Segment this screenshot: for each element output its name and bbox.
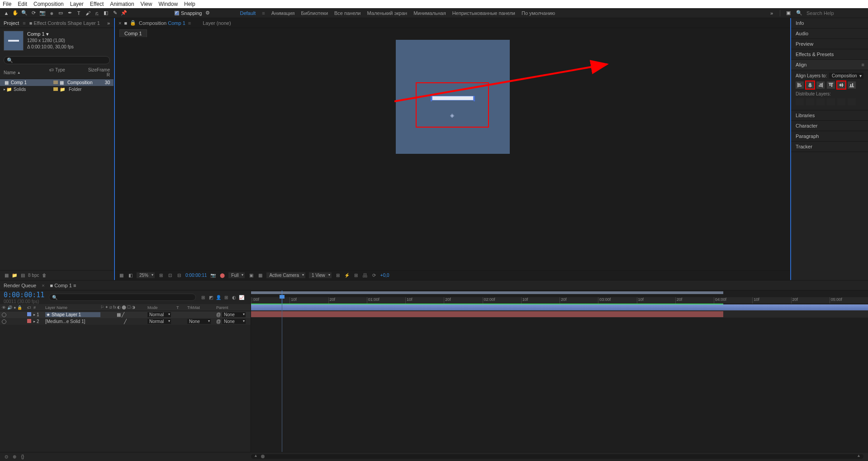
panel-menu-icon[interactable]: ≡ <box>862 62 864 67</box>
comp-thumbnail[interactable] <box>4 31 24 51</box>
zoom-in-icon[interactable]: ▲ <box>857 453 861 458</box>
zoom-slider[interactable]: ▲ ▲ <box>251 454 863 459</box>
menu-animation[interactable]: Animation <box>110 1 134 7</box>
composition-canvas[interactable]: ◈ <box>396 40 510 154</box>
workspace-undocked[interactable]: Непристыкованные панели <box>452 10 515 16</box>
workspace-libraries[interactable]: Библиотеки <box>301 10 328 16</box>
shape-layer-rect[interactable] <box>432 96 474 100</box>
timeline-columns-header[interactable]: 👁 🔊 ● 🔒 🏷 # Layer Name ⚐ ✦ ⧄fx◐⬤☐◑ Mode … <box>0 304 251 311</box>
text-tool-icon[interactable]: T <box>75 10 82 17</box>
panel-libraries[interactable]: Libraries <box>791 110 868 121</box>
panel-paragraph[interactable]: Paragraph <box>791 131 868 142</box>
toggle-switches-icon[interactable]: ⊙ <box>4 454 9 460</box>
parent-dropdown[interactable]: None <box>222 312 246 317</box>
exposure-value[interactable]: +0,0 <box>380 273 389 278</box>
mask-icon[interactable]: ◧ <box>128 273 133 278</box>
pixel-aspect-icon[interactable]: ⊞ <box>335 273 341 278</box>
menu-edit[interactable]: Edit <box>18 1 27 7</box>
menu-composition[interactable]: Composition <box>33 1 64 7</box>
align-vcenter-icon[interactable] <box>837 81 845 89</box>
camera-dropdown[interactable]: Active Camera <box>266 272 305 278</box>
roto-tool-icon[interactable]: ✎ <box>111 10 119 17</box>
fast-preview-icon[interactable]: ⚡ <box>344 273 350 278</box>
clone-tool-icon[interactable]: ⎌ <box>93 10 100 17</box>
workspace-allpanels[interactable]: Все панели <box>334 10 360 16</box>
transparency-icon[interactable]: ▦ <box>257 273 263 278</box>
project-item-solids[interactable]: ▸📁Solids 📁Folder <box>0 86 114 93</box>
eye-col-icon[interactable]: 👁 <box>2 305 6 310</box>
resolution-dropdown[interactable]: Full <box>228 272 245 278</box>
snapping-options-icon[interactable]: ⚙ <box>204 10 211 17</box>
menu-layer[interactable]: Layer <box>70 1 84 7</box>
playhead[interactable] <box>282 290 282 304</box>
puppet-tool-icon[interactable]: 📌 <box>120 10 128 17</box>
timeline-track-area[interactable]: :00f10f20f01:00f 10f20f02:00f10f 20f03:0… <box>251 290 868 452</box>
roi-icon[interactable]: ▣ <box>248 273 254 278</box>
panel-preview[interactable]: Preview <box>791 39 868 49</box>
timeline-search-input[interactable] <box>49 294 196 301</box>
interpret-footage-icon[interactable]: ▦ <box>4 273 9 278</box>
menu-file[interactable]: File <box>3 1 11 7</box>
brush-tool-icon[interactable]: 🖌 <box>84 10 91 17</box>
graph-editor-icon[interactable]: 📈 <box>239 295 244 300</box>
menu-help[interactable]: Help <box>184 1 195 7</box>
lock-icon[interactable]: 🔒 <box>130 20 136 26</box>
grid-icon[interactable]: ⊡ <box>167 273 173 278</box>
views-dropdown[interactable]: 1 View <box>309 272 332 278</box>
project-search-input[interactable] <box>4 56 110 64</box>
rect-tool-icon[interactable]: ▭ <box>57 10 64 17</box>
trash-icon[interactable]: 🗑 <box>42 273 47 278</box>
quality-icon[interactable]: ╱ <box>124 319 127 324</box>
eraser-tool-icon[interactable]: ◧ <box>102 10 109 17</box>
channel-icon[interactable]: ⬤ <box>219 273 225 278</box>
motion-blur-icon[interactable]: ◐ <box>231 295 237 300</box>
pen-tool-icon[interactable]: ✒ <box>66 10 73 17</box>
align-right-icon[interactable] <box>816 81 825 89</box>
hand-tool-icon[interactable]: ✋ <box>12 10 19 17</box>
trkmat-dropdown[interactable]: None <box>187 319 211 324</box>
snapping-checkbox-icon[interactable] <box>175 11 179 15</box>
time-ruler[interactable]: :00f10f20f01:00f 10f20f02:00f10f 20f03:0… <box>251 297 868 304</box>
align-hcenter-icon[interactable] <box>806 81 814 89</box>
new-folder-icon[interactable]: 📁 <box>12 273 17 278</box>
layer-bar-solid[interactable] <box>251 311 723 317</box>
align-left-icon[interactable] <box>796 81 804 89</box>
project-columns[interactable]: Name ▲ 🏷 Type Size Frame R <box>0 66 114 79</box>
workspace-animation[interactable]: Анимация <box>271 10 295 16</box>
current-time[interactable]: 0:00:00:11 <box>185 273 207 278</box>
panel-info[interactable]: Info <box>791 18 868 29</box>
zoom-tool-icon[interactable]: 🔍 <box>21 10 28 17</box>
reset-expo-icon[interactable]: ⟳ <box>371 273 377 278</box>
snapping-toggle[interactable]: Snapping ⚙ <box>175 10 211 17</box>
anchor-point-icon[interactable]: ◈ <box>450 112 455 117</box>
alpha-icon[interactable]: ▦ <box>119 273 124 278</box>
panel-align[interactable]: Align≡ <box>791 60 868 70</box>
tab-effect-controls[interactable]: ■ Effect Controls Shape Layer 1 <box>29 20 100 26</box>
align-to-dropdown[interactable]: Composition <box>829 73 863 79</box>
comp-tab-comp1[interactable]: Comp 1 <box>119 29 147 37</box>
bpc-button[interactable]: 8 bpc <box>28 273 39 278</box>
zoom-out-icon[interactable]: ▲ <box>254 453 258 458</box>
blend-mode-dropdown[interactable]: Normal <box>147 319 171 324</box>
viewport[interactable]: ◈ <box>115 37 790 270</box>
tab-project[interactable]: Project <box>4 20 19 26</box>
layer-color-swatch[interactable] <box>27 319 31 323</box>
layer-row-2[interactable]: ▸2 [Medium...e Solid 1] ╱ Normal None @ … <box>0 318 251 325</box>
speaker-col-icon[interactable]: 🔊 <box>7 305 12 310</box>
pickwhip-icon[interactable]: @ <box>216 312 221 317</box>
current-time-display[interactable]: 0:00:00:11 <box>4 291 44 299</box>
layer-color-swatch[interactable] <box>27 312 31 316</box>
pan-behind-tool-icon[interactable]: ⎈ <box>48 10 55 17</box>
overflow-icon[interactable]: » <box>768 10 775 17</box>
panel-character[interactable]: Character <box>791 121 868 131</box>
comp-mini-flowchart-icon[interactable]: ⊞ <box>200 295 206 300</box>
layer-row-1[interactable]: ▸1 ★Shape Layer 1 ▦╱ Normal @ None <box>0 311 251 318</box>
panel-effects-presets[interactable]: Effects & Presets <box>791 49 868 60</box>
workspace-standard[interactable]: По умолчанию <box>522 10 555 16</box>
layer-bar-shape[interactable] <box>251 304 868 310</box>
label-column-icon[interactable]: 🏷 <box>49 67 55 77</box>
workspace-smallscreen[interactable]: Маленький экран <box>367 10 408 16</box>
panel-audio[interactable]: Audio <box>791 29 868 39</box>
camera-tool-icon[interactable]: 📷 <box>39 10 46 17</box>
tab-render-queue[interactable]: Render Queue <box>4 283 36 288</box>
